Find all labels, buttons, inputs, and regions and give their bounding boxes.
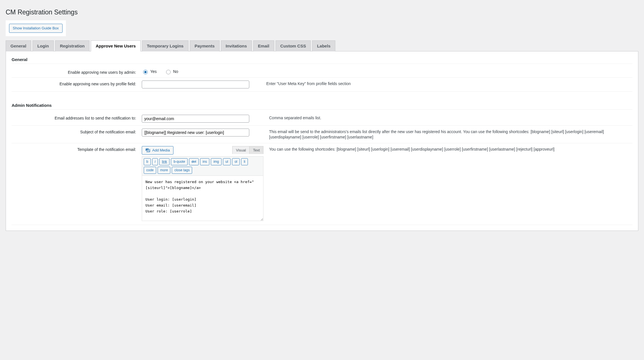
qt-close[interactable]: close tags [172,167,192,174]
qt-del[interactable]: del [189,158,199,165]
settings-tabs: General Login Registration Approve New U… [6,40,638,51]
qt-more[interactable]: more [158,167,170,174]
qt-link[interactable]: link [159,158,169,165]
tab-content: General Enable approving new users by ad… [6,51,638,231]
tab-email[interactable]: Email [253,40,274,51]
qt-ul[interactable]: ul [223,158,231,165]
enable-approve-no-radio[interactable] [166,70,171,74]
template-desc: You can use the following shortcodes: [b… [266,143,632,225]
qt-img[interactable]: img [211,158,221,165]
qt-ins[interactable]: ins [200,158,209,165]
qt-b[interactable]: b [144,158,151,165]
qt-i[interactable]: i [152,158,158,165]
tab-invitations[interactable]: Invitations [221,40,252,51]
template-editor: Add Media Visual Text b i link b-quote [142,146,263,222]
emails-label: Email addresses list to send the notific… [12,112,139,126]
editor-tab-text[interactable]: Text [250,146,263,154]
media-icon [145,148,151,153]
enable-approve-no[interactable]: No [165,69,178,74]
enable-profile-desc: Enter "User Meta Key" from profile field… [263,77,632,91]
template-label: Template of the notification email: [12,143,139,225]
tab-registration[interactable]: Registration [55,40,90,51]
emails-desc: Comma separated emails list. [266,112,632,126]
enable-approve-yes[interactable]: Yes [142,69,157,74]
add-media-label: Add Media [152,148,170,152]
tab-general[interactable]: General [6,40,31,51]
section-general-heading: General [12,57,632,64]
quicktags-toolbar: b i link b-quote del ins img ul ol li co… [142,156,263,176]
tab-labels[interactable]: Labels [312,40,335,51]
user-meta-key-input[interactable] [142,81,249,88]
page-title: CM Registration Settings [6,8,638,16]
qt-li[interactable]: li [241,158,248,165]
enable-approve-yes-radio[interactable] [143,70,148,74]
enable-profile-label: Enable approving new users by profile fi… [12,77,139,91]
add-media-button[interactable]: Add Media [142,146,173,155]
section-admin-heading: Admin Notifications [12,103,632,110]
subject-desc: This email will be send to the administr… [266,125,632,143]
no-label: No [173,69,178,74]
template-textarea[interactable] [142,176,263,221]
tab-approve-new-users[interactable]: Approve New Users [91,40,141,51]
editor-tab-visual[interactable]: Visual [233,146,250,154]
qt-ol[interactable]: ol [232,158,240,165]
tab-payments[interactable]: Payments [190,40,220,51]
subject-input[interactable] [142,129,249,136]
tab-login[interactable]: Login [33,40,54,51]
qt-bquote[interactable]: b-quote [171,158,188,165]
editor-mode-tabs: Visual Text [232,146,263,154]
emails-input[interactable] [142,115,249,123]
yes-label: Yes [150,69,157,74]
tab-custom-css[interactable]: Custom CSS [276,40,311,51]
show-installation-guide-button[interactable]: Show Installation Guide Box [9,24,63,33]
guide-box: Show Installation Guide Box [6,20,66,36]
enable-approve-label: Enable approving new users by admin: [12,66,139,78]
tab-temporary-logins[interactable]: Temporary Logins [142,40,188,51]
qt-code[interactable]: code [144,167,156,174]
subject-label: Subject of the notification email: [12,125,139,143]
